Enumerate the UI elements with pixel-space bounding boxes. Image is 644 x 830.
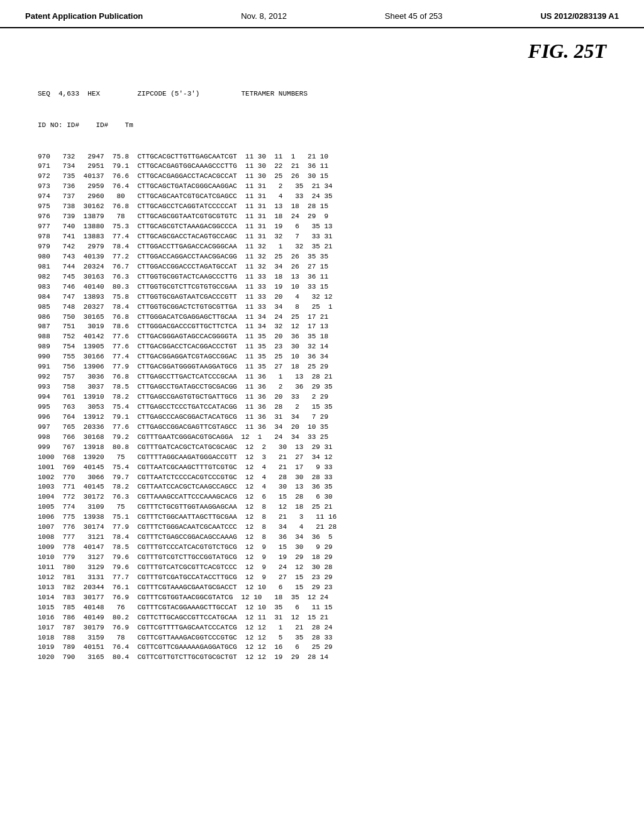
table-row: 971 734 2951 79.1 CTTGCACGAGTGGCAAAGCCCT…: [38, 162, 619, 172]
sub-header: ID NO: ID# ID# Tm: [38, 121, 619, 131]
header-date: Nov. 8, 2012: [241, 11, 287, 21]
page-header: Patent Application Publication Nov. 8, 2…: [0, 0, 644, 28]
table-row: 993 758 3037 78.5 CTTGAGCCTGATAGCCTGCGAC…: [38, 382, 619, 392]
table-row: 977 740 13880 75.3 CTTGCAGCGTCTAAAGACGGC…: [38, 222, 619, 232]
table-row: 976 739 13879 78 CTTGCAGCGGTAATCGTGCGTGT…: [38, 212, 619, 222]
table-row: 992 757 3036 76.8 CTTGAGCCTTGACTCATCCCGC…: [38, 372, 619, 382]
table-row: 1019 789 40151 76.4 CGTTCGTTCGAAAAAGAGGA…: [38, 643, 619, 653]
table-row: 996 764 13912 79.1 CTTGAGCCCAGCGGACTACAT…: [38, 412, 619, 423]
main-content: SEQ 4,633 HEX ZIPCODE (5'-3') TETRAMER N…: [0, 69, 644, 695]
table-row: 983 746 40140 80.3 CTTGGTGCGTCTTCGTGTGCC…: [38, 282, 619, 292]
table-row: 981 744 20324 76.7 CTTGGACCGGACCCTAGATGC…: [38, 262, 619, 272]
data-table: SEQ 4,633 HEX ZIPCODE (5'-3') TETRAMER N…: [38, 69, 619, 683]
table-row: 988 752 40142 77.6 CTTGACGGGAGTAGCCACGGG…: [38, 332, 619, 342]
table-row: 985 748 20327 78.4 CTTGGTGCGGACTCTGTGCGT…: [38, 302, 619, 313]
header-patent-number: US 2012/0283139 A1: [540, 11, 619, 21]
table-row: 987 751 3019 78.6 CTTGGGACGACCCGTTGCTTCT…: [38, 322, 619, 332]
table-row: 1002 770 3066 79.7 CGTTAATCTCCCCACGTCCCG…: [38, 473, 619, 483]
table-row: 1005 774 3109 75 CGTTTCTGCGTTGGTAAGGAGCA…: [38, 502, 619, 512]
table-row: 989 754 13905 77.6 CTTGACGGACCTCACGGACCC…: [38, 342, 619, 352]
table-row: 1010 779 3127 79.6 CGTTTGTCGTCTTGCCGGTAT…: [38, 553, 619, 563]
table-row: 994 761 13910 78.2 CTTGAGCCGAGTGTGCTGATT…: [38, 392, 619, 402]
table-row: 970 732 2947 75.8 CTTGCACGCTTGTTGAGCAATC…: [38, 152, 619, 162]
table-row: 998 766 30168 79.2 CGTTTGAATCGGGACGTGCAG…: [38, 433, 619, 443]
table-row: 990 755 30166 77.4 CTTGACGGAGGATCGTAGCCG…: [38, 352, 619, 362]
table-row: 980 743 40139 77.2 CTTGGACCAGGACCTAACGGA…: [38, 252, 619, 262]
column-header: SEQ 4,633 HEX ZIPCODE (5'-3') TETRAMER N…: [38, 89, 619, 99]
table-row: 1017 787 30179 76.9 CGTTCGTTTTGAGCAATCCC…: [38, 623, 619, 633]
table-row: 997 765 20336 77.6 CTTGAGCCGGACGAGTTCGTA…: [38, 423, 619, 433]
table-row: 1015 785 40148 76 CGTTTCGTACGGAAAGCTTGCC…: [38, 603, 619, 613]
table-body: 970 732 2947 75.8 CTTGCACGCTTGTTGAGCAATC…: [38, 152, 619, 663]
table-row: 1018 788 3159 78 CGTTCGTTAAAGACGGTCCCGTG…: [38, 633, 619, 643]
table-row: 1020 790 3165 80.4 CGTTCGTTGTCTTGCGTGCGC…: [38, 653, 619, 663]
table-row: 982 745 30163 76.3 CTTGGTGCGGTACTCAAGCCC…: [38, 272, 619, 282]
table-row: 1013 782 20344 76.1 CGTTTCGTAAAGCGAATGCG…: [38, 583, 619, 593]
table-row: 984 747 13893 75.8 CTTGGTGCGAGTAATCGACCC…: [38, 292, 619, 302]
table-row: 978 741 13883 77.4 CTTGCAGCGACCTACAGTGCC…: [38, 232, 619, 242]
header-publication-label: Patent Application Publication: [25, 11, 143, 21]
table-row: 974 737 2960 80 CTTGCAGCAATCGTGCATCGAGCC…: [38, 192, 619, 202]
table-row: 1009 778 40147 78.5 CGTTTGTCCCATCACGTGTC…: [38, 543, 619, 553]
table-row: 973 736 2959 76.4 CTTGCAGCTGATACGGGCAAGG…: [38, 182, 619, 192]
table-row: 999 767 13918 80.8 CGTTTGATCACGCTCATGCGC…: [38, 443, 619, 453]
table-row: 1012 781 3131 77.7 CGTTTGTCGATGCCATACCTT…: [38, 573, 619, 583]
table-row: 1007 776 30174 77.9 CGTTTCTGGGACAATCGCAA…: [38, 523, 619, 533]
table-row: 1014 783 30177 76.9 CGTTTCGTGGTAACGGCGTA…: [38, 593, 619, 603]
table-row: 1003 771 40145 78.2 CGTTAATCCACGCTCAAGCC…: [38, 482, 619, 492]
table-row: 975 738 30162 76.8 CTTGCAGCCTCAGGTATCCCC…: [38, 202, 619, 212]
table-row: 1008 777 3121 78.4 CGTTTCTGAGCCGGACAGCCA…: [38, 533, 619, 543]
table-row: 1006 775 13938 75.1 CGTTTCTGGCAATTAGCTTG…: [38, 512, 619, 523]
header-sheet: Sheet 45 of 253: [385, 11, 443, 21]
table-row: 995 763 3053 75.4 CTTGAGCCTCCCTGATCCATAC…: [38, 402, 619, 412]
figure-title: FIG. 25T: [0, 28, 644, 69]
table-row: 979 742 2979 78.4 CTTGGACCTTGAGACCACGGGC…: [38, 242, 619, 252]
table-row: 986 750 30165 76.8 CTTGGGACATCGAGGAGCTTG…: [38, 313, 619, 323]
table-row: 1004 772 30172 76.3 CGTTAAAGCCATTCCCAAAG…: [38, 492, 619, 502]
table-row: 1000 768 13920 75 CGTTTTAGGCAAGATGGGACCG…: [38, 453, 619, 463]
table-row: 972 735 40137 76.6 CTTGCACGAGGACCTACACGC…: [38, 172, 619, 182]
table-row: 991 756 13906 77.9 CTTGACGGATGGGGTAAGGAT…: [38, 362, 619, 372]
table-row: 1001 769 40145 75.4 CGTTAATCGCAAGCTTTGTC…: [38, 463, 619, 473]
table-row: 1011 780 3129 79.6 CGTTTGTCATCGCGTTCACGT…: [38, 563, 619, 573]
table-row: 1016 786 40149 80.2 CGTTCTTGCAGCCGTTCCAT…: [38, 613, 619, 623]
